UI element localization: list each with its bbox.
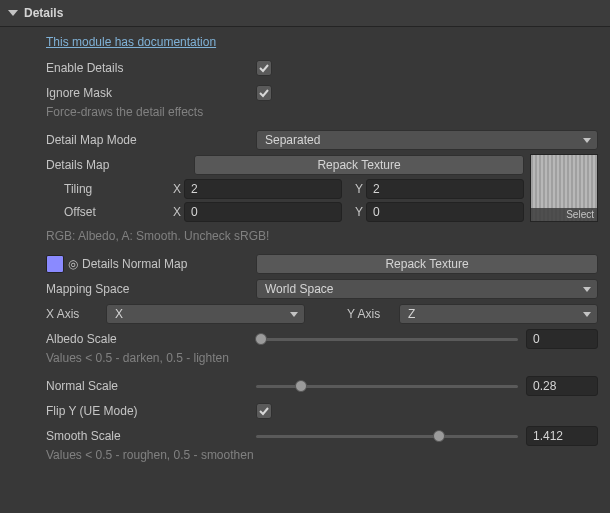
x-axis-value: X — [115, 307, 123, 321]
section-body: This module has documentation Enable Det… — [0, 27, 610, 482]
x-axis-label: X Axis — [46, 307, 100, 321]
smooth-scale-label: Smooth Scale — [46, 429, 256, 443]
enable-details-checkbox[interactable] — [256, 60, 272, 76]
detail-map-mode-value: Separated — [265, 133, 320, 147]
chevron-down-icon — [290, 312, 298, 317]
checkmark-icon — [258, 405, 270, 417]
object-picker-icon[interactable]: ◎ — [68, 257, 78, 271]
checkmark-icon — [258, 87, 270, 99]
normal-scale-input[interactable]: 0.28 — [526, 376, 598, 396]
normal-scale-value: 0.28 — [533, 379, 556, 393]
smooth-scale-value: 1.412 — [533, 429, 563, 443]
slider-thumb[interactable] — [255, 333, 267, 345]
checkmark-icon — [258, 62, 270, 74]
tiling-x-label: X — [170, 182, 184, 196]
smooth-scale-help: Values < 0.5 - roughen, 0.5 - smoothen — [46, 448, 598, 462]
offset-x-label: X — [170, 205, 184, 219]
repack-texture-label: Repack Texture — [317, 158, 400, 172]
detail-map-mode-select[interactable]: Separated — [256, 130, 598, 150]
ignore-mask-label: Ignore Mask — [46, 86, 256, 100]
albedo-scale-input[interactable]: 0 — [526, 329, 598, 349]
tiling-x-input[interactable]: 2 — [184, 179, 342, 199]
normal-map-color-swatch[interactable] — [46, 255, 64, 273]
albedo-scale-value: 0 — [533, 332, 540, 346]
tiling-label: Tiling — [46, 182, 110, 196]
flip-y-checkbox[interactable] — [256, 403, 272, 419]
albedo-scale-help: Values < 0.5 - darken, 0.5 - lighten — [46, 351, 598, 365]
offset-y-value: 0 — [373, 205, 380, 219]
normal-scale-label: Normal Scale — [46, 379, 256, 393]
mapping-space-value: World Space — [265, 282, 333, 296]
foldout-arrow-icon — [8, 10, 18, 16]
texture-select-label: Select — [531, 208, 597, 221]
y-axis-label: Y Axis — [347, 307, 393, 321]
section-header[interactable]: Details — [0, 0, 610, 27]
flip-y-label: Flip Y (UE Mode) — [46, 404, 256, 418]
slider-thumb[interactable] — [433, 430, 445, 442]
mapping-space-select[interactable]: World Space — [256, 279, 598, 299]
normal-scale-slider[interactable] — [256, 376, 518, 396]
offset-label: Offset — [46, 205, 110, 219]
details-map-help: RGB: Albedo, A: Smooth. Uncheck sRGB! — [46, 229, 598, 243]
offset-x-value: 0 — [191, 205, 198, 219]
chevron-down-icon — [583, 312, 591, 317]
tiling-y-label: Y — [352, 182, 366, 196]
texture-preview[interactable]: Select — [530, 154, 598, 222]
chevron-down-icon — [583, 138, 591, 143]
offset-y-label: Y — [352, 205, 366, 219]
mapping-space-label: Mapping Space — [46, 282, 256, 296]
offset-x-input[interactable]: 0 — [184, 202, 342, 222]
ignore-mask-checkbox[interactable] — [256, 85, 272, 101]
repack-normal-label: Repack Texture — [385, 257, 468, 271]
detail-map-mode-label: Detail Map Mode — [46, 133, 256, 147]
chevron-down-icon — [583, 287, 591, 292]
albedo-scale-label: Albedo Scale — [46, 332, 256, 346]
albedo-scale-slider[interactable] — [256, 329, 518, 349]
normal-map-label: Details Normal Map — [82, 257, 187, 271]
tiling-y-value: 2 — [373, 182, 380, 196]
smooth-scale-input[interactable]: 1.412 — [526, 426, 598, 446]
tiling-y-input[interactable]: 2 — [366, 179, 524, 199]
tiling-x-value: 2 — [191, 182, 198, 196]
repack-texture-button[interactable]: Repack Texture — [194, 155, 524, 175]
smooth-scale-slider[interactable] — [256, 426, 518, 446]
y-axis-value: Z — [408, 307, 415, 321]
repack-normal-button[interactable]: Repack Texture — [256, 254, 598, 274]
enable-details-label: Enable Details — [46, 61, 256, 75]
doc-link[interactable]: This module has documentation — [46, 35, 216, 49]
ignore-mask-help: Force-draws the detail effects — [46, 105, 598, 119]
section-title: Details — [24, 6, 63, 20]
slider-thumb[interactable] — [295, 380, 307, 392]
y-axis-select[interactable]: Z — [399, 304, 598, 324]
x-axis-select[interactable]: X — [106, 304, 305, 324]
details-map-label: Details Map — [46, 158, 194, 172]
offset-y-input[interactable]: 0 — [366, 202, 524, 222]
